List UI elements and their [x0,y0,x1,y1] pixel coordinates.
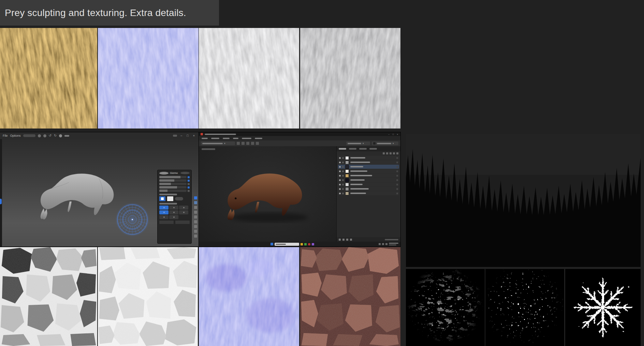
tab-layers[interactable] [339,148,346,150]
stroke-pill-button[interactable] [175,197,183,200]
add-layer-icon[interactable] [383,152,385,154]
brush-button[interactable] [159,215,169,219]
tab[interactable] [349,148,356,150]
layer-row[interactable] [338,174,399,178]
viewport-mode-dropdown[interactable] [202,148,215,150]
flag-yellow-icon[interactable] [301,243,303,245]
shelf-icon[interactable] [194,211,197,214]
search-field[interactable] [275,243,299,246]
tile-fur-gray-dark[interactable] [300,28,400,129]
tile-fur-gray-light[interactable] [199,28,299,129]
shelf-icon[interactable] [194,206,197,209]
brush-button[interactable] [179,210,188,214]
add-folder-icon[interactable] [386,152,388,154]
tab[interactable] [359,148,367,150]
tab[interactable] [369,148,377,150]
mixer-close-button[interactable]: × [396,133,399,135]
flag-green-icon[interactable] [304,243,307,245]
shelf-icon[interactable] [194,235,197,238]
tile-patches-contrast[interactable] [0,247,97,346]
footer-icon[interactable] [339,239,341,241]
slider-row[interactable] [159,190,190,192]
tool-icon[interactable] [246,142,249,145]
footer-icon[interactable] [342,239,345,241]
tile-patches-dark-red[interactable] [300,247,400,346]
zbrush-close-button[interactable]: × [192,134,196,137]
menu-item[interactable] [223,138,230,139]
resolution-dropdown[interactable]: ▾ [346,141,370,145]
zbrush-menu-options[interactable]: Options [10,134,21,137]
brush-button-active[interactable] [159,210,169,214]
alpha-button[interactable] [167,196,173,201]
status-icon[interactable] [379,243,381,245]
zbrush-viewport[interactable]: Gizmo [0,139,199,246]
zbrush-window-screenshot[interactable]: File Options ↺ ↻ – □ × [0,132,199,246]
status-blue-icon[interactable] [270,243,273,245]
user-icon[interactable] [59,134,62,137]
brush-button[interactable] [169,210,178,214]
tool-icon[interactable] [237,142,240,145]
layer-row[interactable] [338,182,399,186]
mixer-viewport[interactable] [199,146,336,242]
menu-item[interactable] [211,138,219,139]
delete-icon[interactable] [396,152,398,154]
layer-row[interactable] [338,187,399,191]
view-options-icon[interactable] [173,135,177,137]
menu-item[interactable] [233,138,238,139]
undo-icon[interactable]: ↺ [49,134,52,137]
camera-icon[interactable] [38,134,41,137]
gear-icon[interactable] [180,172,190,174]
filter-icon[interactable] [393,152,395,154]
shelf-icon[interactable] [194,201,197,204]
shelf-icon[interactable] [194,230,197,233]
tile-patches-light[interactable] [98,247,198,346]
tile-fur-normal-map[interactable] [98,28,199,129]
layer-row[interactable] [338,191,399,195]
tile-fur-albedo-brown[interactable] [0,28,97,129]
shelf-icon[interactable] [194,225,197,228]
status-icon[interactable] [382,243,384,245]
flag-purple-icon[interactable] [312,243,314,245]
shelf-icon[interactable] [194,220,197,223]
mask-icon[interactable] [390,152,392,154]
zbrush-brush-panel[interactable]: Gizmo [157,170,192,244]
slider-row[interactable] [159,186,190,189]
wide-button[interactable] [159,221,174,224]
tool-icon[interactable] [251,142,254,145]
footer-icon[interactable] [350,239,352,241]
mixer-maximize-button[interactable]: □ [392,133,395,135]
layer-row[interactable] [338,160,399,164]
layer-row-selected[interactable] [338,165,399,169]
tile-alpha-snowflake[interactable] [565,269,641,346]
tile-alpha-spray[interactable] [485,269,564,346]
wide-button[interactable] [175,221,190,224]
slider-row[interactable] [159,179,190,182]
alpha-button-active[interactable] [159,196,165,201]
record-red-icon[interactable] [308,243,310,245]
layer-row[interactable] [338,156,399,160]
tile-normal-map-detail[interactable] [199,247,299,346]
material-icon[interactable] [43,134,46,137]
brush-button-active[interactable] [159,206,169,210]
shelf-icon-active[interactable] [194,196,197,199]
menu-item[interactable] [255,138,262,139]
material-type-dropdown[interactable]: ▾ [201,141,235,145]
tool-icon[interactable] [241,142,245,145]
zbrush-left-tab[interactable] [0,199,2,204]
caption-bar[interactable]: Prey sculpting and texturing. Extra deta… [0,0,219,26]
lighting-dropdown[interactable]: ▾ [372,141,398,145]
layer-row[interactable] [338,178,399,182]
brush-button[interactable] [169,215,178,219]
tile-forest-silhouette[interactable] [406,134,641,267]
more-menu[interactable] [64,135,69,137]
redo-icon[interactable]: ↻ [54,134,57,137]
footer-icon[interactable] [346,239,348,241]
slider-row[interactable] [159,176,190,178]
layer-row[interactable] [338,169,399,173]
status-icon[interactable] [385,243,387,245]
zbrush-menu-file[interactable]: File [3,134,8,137]
brush-button[interactable] [169,206,178,210]
brush-button[interactable] [179,206,188,210]
menu-item[interactable] [202,138,208,139]
zbrush-maximize-button[interactable]: □ [186,134,189,137]
